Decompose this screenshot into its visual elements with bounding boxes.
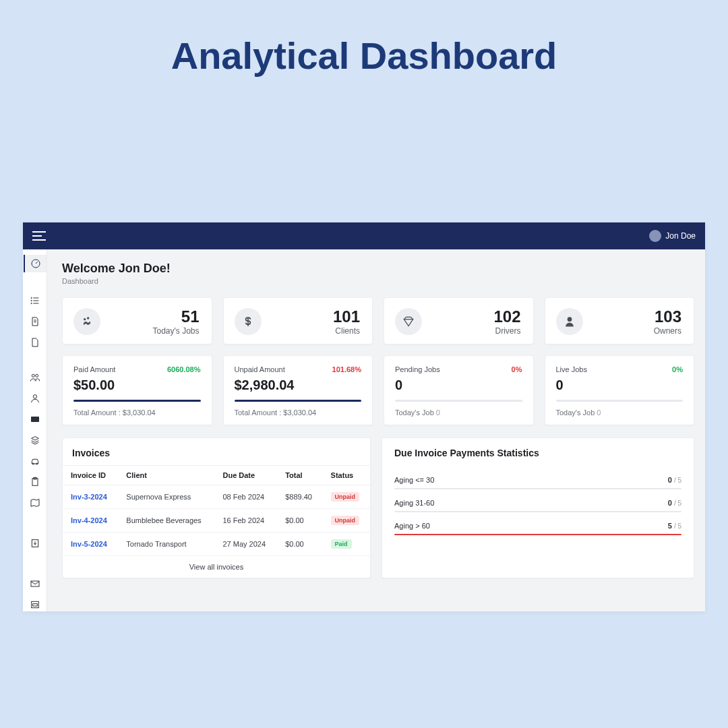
col-total: Total [277, 466, 322, 485]
stat-label: Owners [654, 326, 681, 336]
stack-icon [30, 435, 40, 446]
dollar-icon [235, 308, 262, 335]
aging-bucket: Aging <= 300 / 5 [394, 476, 681, 489]
aging-value: 5 / 5 [668, 522, 681, 530]
svg-point-9 [32, 374, 34, 377]
invoice-link[interactable]: Inv-3-2024 [71, 493, 107, 501]
metric-sub: Today's Job 0 [556, 408, 684, 417]
metric-value: 0 [556, 377, 684, 393]
metric-pct: 6060.08% [167, 365, 201, 373]
cell-client: Tornado Transport [118, 533, 214, 556]
metric-title: Paid Amount [73, 365, 115, 373]
metric-sub: Total Amount : $3,030.04 [73, 408, 201, 417]
jobs-icon [73, 308, 100, 335]
sidebar-item-users[interactable] [28, 371, 42, 384]
svg-point-23 [567, 317, 572, 322]
breadcrumb: Dashboard [62, 277, 694, 285]
aging-value: 0 / 5 [668, 476, 681, 484]
main-content: Welcome Jon Doe! Dashboard 51 Today's Jo… [47, 249, 705, 611]
page-title: Analytical Dashboard [0, 0, 728, 78]
id-card-icon [30, 414, 40, 425]
sidebar [23, 249, 47, 611]
stat-card-owners[interactable]: 103 Owners [545, 297, 695, 344]
diamond-icon [395, 308, 422, 335]
svg-rect-12 [31, 417, 39, 422]
sidebar-item-map[interactable] [28, 496, 42, 510]
invoices-title: Invoices [63, 438, 370, 465]
user-name: Jon Doe [665, 231, 696, 241]
sidebar-item-inbox[interactable] [28, 598, 42, 611]
sidebar-item-vehicle[interactable] [28, 454, 42, 468]
stat-value: 102 [493, 307, 520, 326]
metric-pending: Pending Jobs0% 0 Today's Job 0 [384, 355, 534, 425]
stat-label: Today's Jobs [153, 326, 200, 336]
aging-bucket: Aging > 605 / 5 [394, 522, 681, 535]
stat-value: 103 [654, 307, 681, 326]
sidebar-item-mail[interactable] [28, 577, 42, 590]
svg-point-4 [31, 297, 32, 298]
user-menu[interactable]: Jon Doe [649, 230, 696, 242]
cell-total: $889.40 [277, 485, 322, 509]
invoices-table: Invoice ID Client Due Date Total Status … [63, 465, 370, 556]
list-icon [30, 295, 40, 306]
sidebar-item-document[interactable] [28, 315, 42, 328]
inbox-icon [30, 599, 40, 610]
cell-total: $0.00 [277, 533, 322, 556]
stat-card-drivers[interactable]: 102 Drivers [384, 297, 534, 344]
metric-pct: 0% [672, 365, 683, 373]
svg-point-5 [31, 300, 32, 301]
view-all-invoices-link[interactable]: View all invoices [63, 556, 370, 578]
metric-paid: Paid Amount6060.08% $50.00 Total Amount … [62, 355, 212, 425]
svg-rect-20 [32, 604, 37, 606]
aging-label: Aging > 60 [394, 522, 430, 530]
col-status: Status [323, 466, 370, 485]
sidebar-item-user[interactable] [28, 392, 42, 405]
sidebar-item-download[interactable] [28, 537, 42, 550]
file-icon [30, 337, 40, 348]
metric-value: 0 [395, 377, 522, 393]
stat-label: Drivers [493, 326, 520, 336]
invoice-link[interactable]: Inv-5-2024 [71, 540, 107, 548]
metric-title: Live Jobs [556, 365, 587, 373]
aging-label: Aging <= 30 [394, 476, 434, 484]
metric-title: Pending Jobs [395, 365, 440, 373]
cell-client: Bumblebee Beverages [118, 509, 214, 533]
stat-card-clients[interactable]: 101 Clients [223, 297, 373, 344]
sidebar-item-list[interactable] [28, 294, 42, 307]
stat-label: Clients [333, 326, 360, 336]
sidebar-item-id-card[interactable] [28, 413, 42, 426]
cell-due: 16 Feb 2024 [214, 509, 277, 533]
sidebar-item-dashboard[interactable] [24, 255, 47, 272]
gauge-icon [30, 258, 41, 269]
stat-value: 101 [333, 307, 360, 326]
metric-sub: Today's Job 0 [395, 408, 522, 417]
sidebar-item-file[interactable] [28, 336, 42, 349]
sidebar-item-stack[interactable] [28, 433, 42, 447]
svg-point-6 [31, 303, 32, 303]
invoice-link[interactable]: Inv-4-2024 [71, 516, 107, 524]
status-badge: Paid [331, 539, 352, 549]
table-row: Inv-3-2024Supernova Express08 Feb 2024$8… [63, 485, 370, 509]
col-client: Client [118, 466, 214, 485]
status-badge: Unpaid [331, 492, 360, 502]
document-icon [30, 316, 40, 327]
menu-toggle-icon[interactable] [32, 231, 46, 241]
col-invoice-id: Invoice ID [63, 466, 118, 485]
avatar [649, 230, 661, 242]
metric-pct: 101.68% [332, 365, 361, 373]
invoices-panel: Invoices Invoice ID Client Due Date Tota… [62, 437, 371, 578]
svg-point-11 [33, 395, 36, 398]
aging-panel: Due Invoice Payments Statistics Aging <=… [382, 437, 694, 578]
metric-unpaid: Unpaid Amount101.68% $2,980.04 Total Amo… [223, 355, 373, 425]
svg-point-10 [35, 374, 38, 377]
cell-due: 27 May 2024 [214, 533, 277, 556]
stat-card-jobs[interactable]: 51 Today's Jobs [62, 297, 212, 344]
user-icon [30, 393, 40, 404]
svg-point-21 [84, 318, 86, 320]
svg-point-22 [87, 317, 89, 319]
col-due: Due Date [214, 466, 277, 485]
map-icon [30, 497, 40, 508]
users-icon [30, 372, 40, 383]
clipboard-icon [30, 477, 40, 487]
sidebar-item-clipboard[interactable] [28, 475, 42, 489]
